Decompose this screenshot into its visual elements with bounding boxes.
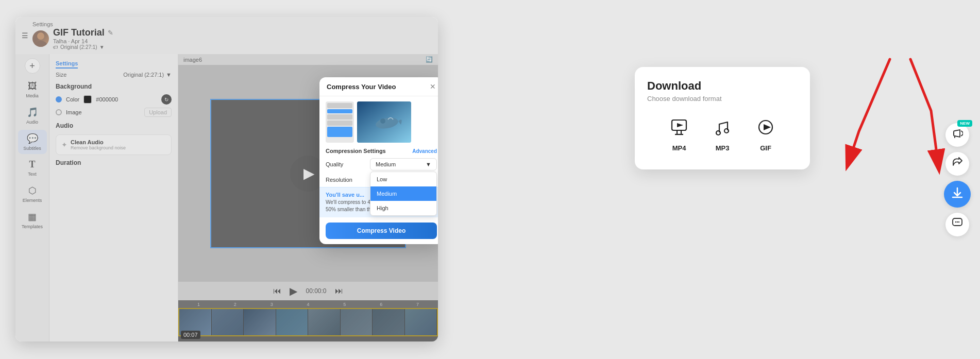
film-frame-5: [308, 309, 341, 335]
sidebar-item-media[interactable]: 🖼 Media: [18, 78, 47, 101]
svg-point-14: [955, 221, 956, 223]
edit-title-icon[interactable]: ✎: [108, 29, 113, 37]
preview-image: [357, 101, 411, 143]
download-panel: Download Choose download format MP4: [635, 67, 810, 169]
download-option-mp3[interactable]: MP3: [706, 113, 739, 157]
size-dropdown[interactable]: Original (2:27:1) ▼: [123, 72, 172, 78]
elements-label: Elements: [23, 198, 42, 203]
svg-point-16: [958, 221, 959, 223]
quality-menu: Low Medium High: [370, 172, 437, 216]
templates-label: Templates: [22, 224, 43, 229]
film-frame-4: [276, 309, 309, 335]
current-time-badge: 00:07: [181, 331, 200, 339]
chat-button[interactable]: [945, 213, 969, 236]
project-title-row: GIF Tutorial ✎: [53, 27, 113, 38]
film-frame-3: [244, 309, 276, 335]
settings-top-row: Settings: [56, 60, 172, 69]
skip-back-button[interactable]: ⏮: [273, 286, 281, 296]
compress-video-button[interactable]: Compress Video: [326, 223, 437, 239]
announce-icon: [952, 128, 963, 142]
original-badge: 🏷 Original (2:27:1) ▼: [53, 44, 113, 50]
text-icon: T: [29, 159, 35, 170]
svg-point-1: [34, 41, 47, 47]
sidebar-item-text[interactable]: T Text: [18, 156, 47, 180]
svg-point-4: [380, 118, 385, 124]
compress-dialog: Compress Your Video ✕: [319, 77, 438, 244]
ruler-mark-1: 1: [180, 302, 217, 307]
new-badge: NEW: [957, 120, 972, 127]
color-radio[interactable]: [56, 96, 62, 102]
quality-dropdown[interactable]: Medium ▼: [370, 158, 437, 170]
quality-option-high[interactable]: High: [370, 201, 436, 215]
mp4-label: MP4: [672, 144, 686, 152]
share-button[interactable]: [945, 152, 969, 176]
templates-icon: ▦: [28, 211, 37, 223]
filename-label: image6: [183, 57, 202, 63]
quality-label: Quality: [326, 161, 343, 167]
title-info: GIF Tutorial ✎ Talha · Apr 14 🏷 Original…: [53, 27, 113, 50]
mini-row-4: [327, 121, 352, 126]
compress-close-button[interactable]: ✕: [430, 82, 436, 91]
quality-option-low[interactable]: Low: [370, 172, 436, 186]
timeline-track[interactable]: [178, 308, 438, 336]
timeline-ruler: 1 2 3 4 5 6 7: [178, 300, 438, 308]
upload-button[interactable]: Upload: [144, 108, 172, 117]
download-option-mp4[interactable]: MP4: [663, 113, 696, 157]
sync-icon: 🔄: [426, 56, 433, 63]
ruler-mark-2: 2: [217, 302, 254, 307]
audio-section: ✦ Clean Audio Remove background noise: [56, 134, 172, 155]
skip-forward-button[interactable]: ⏭: [335, 286, 343, 296]
color-refresh-button[interactable]: ↻: [161, 94, 172, 105]
mp4-icon: [670, 118, 688, 140]
text-label: Text: [28, 172, 37, 177]
size-row: Size Original (2:27:1) ▼: [56, 72, 172, 78]
video-topbar: image6 🔄: [178, 54, 438, 65]
sidebar-item-templates[interactable]: ▦ Templates: [18, 208, 47, 232]
download-options: MP4 MP3 GIF: [647, 113, 798, 157]
share-icon: [952, 157, 963, 170]
timeline[interactable]: 1 2 3 4 5 6 7: [178, 300, 438, 341]
sidebar-item-subtitles[interactable]: 💬 Subtitles: [18, 130, 47, 154]
sidebar-item-elements[interactable]: ⬡ Elements: [18, 182, 47, 206]
advanced-link[interactable]: Advanced: [412, 148, 437, 154]
quality-option-medium[interactable]: Medium: [370, 186, 436, 201]
sidebar-item-audio[interactable]: 🎵 Audio: [18, 104, 47, 128]
ruler-mark-5: 5: [326, 302, 363, 307]
elements-icon: ⬡: [28, 185, 37, 196]
red-arrows-overlay: [807, 49, 952, 229]
editor-body: + 🖼 Media 🎵 Audio 💬 Subtitles T Text: [15, 54, 438, 341]
color-swatch[interactable]: [83, 95, 92, 104]
mini-row-5: [327, 127, 352, 137]
download-button[interactable]: [944, 181, 971, 208]
film-frame-7: [373, 309, 405, 335]
add-media-button[interactable]: +: [25, 58, 40, 74]
hamburger-icon[interactable]: ☰: [22, 31, 28, 40]
bg-image-row: Image Upload: [56, 108, 172, 117]
author-date: Talha · Apr 14: [53, 38, 113, 44]
mini-row-2: [327, 109, 352, 113]
settings-tab[interactable]: Settings: [56, 60, 78, 69]
preview-sidebar-mini: [326, 101, 354, 143]
editor-window: ☰ Settings: [15, 17, 438, 341]
announce-button[interactable]: NEW: [945, 123, 969, 147]
play-pause-button[interactable]: ▶: [290, 285, 297, 297]
time-display: 00:00:0: [306, 287, 326, 295]
resolution-label: Resolution: [326, 177, 352, 183]
avatar: [32, 30, 49, 47]
chat-icon: [952, 217, 963, 231]
download-title: Download: [647, 79, 798, 93]
ruler-mark-6: 6: [363, 302, 399, 307]
film-frame-6: [341, 309, 373, 335]
download-option-gif[interactable]: GIF: [749, 113, 782, 157]
playback-controls: ⏮ ▶ 00:00:0 ⏭: [178, 282, 438, 300]
image-radio[interactable]: [56, 109, 62, 115]
media-label: Media: [26, 93, 39, 98]
clean-audio-card[interactable]: ✦ Clean Audio Remove background noise: [56, 134, 172, 155]
main-container: ☰ Settings: [0, 0, 980, 359]
chevron-down-icon: ▼: [166, 72, 172, 78]
film-frame-2: [212, 309, 244, 335]
ruler-mark-3: 3: [254, 302, 290, 307]
avatar-image: [32, 30, 49, 47]
svg-point-0: [37, 32, 44, 40]
gif-icon: [756, 118, 775, 140]
